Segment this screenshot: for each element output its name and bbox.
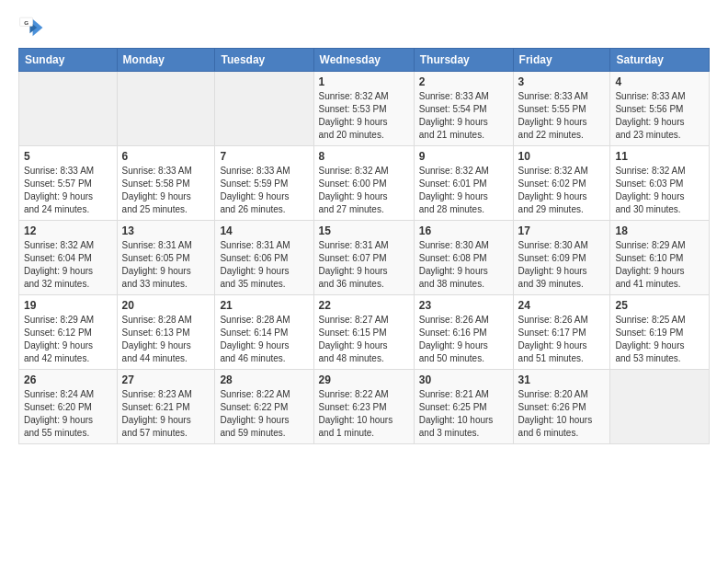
day-number: 26 <box>24 373 112 386</box>
weekday-header-saturday: Saturday <box>610 49 710 72</box>
day-number: 19 <box>24 299 112 312</box>
calendar-table: SundayMondayTuesdayWednesdayThursdayFrid… <box>18 48 710 444</box>
calendar-cell: 1Sunrise: 8:32 AM Sunset: 5:53 PM Daylig… <box>313 72 414 146</box>
day-info: Sunrise: 8:26 AM Sunset: 6:16 PM Dayligh… <box>419 314 508 365</box>
calendar-cell: 22Sunrise: 8:27 AM Sunset: 6:15 PM Dayli… <box>313 295 414 370</box>
day-info: Sunrise: 8:28 AM Sunset: 6:14 PM Dayligh… <box>220 314 308 365</box>
calendar-week-row: 19Sunrise: 8:29 AM Sunset: 6:12 PM Dayli… <box>19 295 710 370</box>
day-number: 28 <box>220 373 308 386</box>
day-info: Sunrise: 8:20 AM Sunset: 6:26 PM Dayligh… <box>518 388 606 440</box>
calendar-cell: 27Sunrise: 8:23 AM Sunset: 6:21 PM Dayli… <box>117 370 215 444</box>
day-number: 11 <box>615 150 704 163</box>
calendar-cell: 17Sunrise: 8:30 AM Sunset: 6:09 PM Dayli… <box>513 221 610 295</box>
day-number: 25 <box>615 299 704 312</box>
day-info: Sunrise: 8:32 AM Sunset: 6:04 PM Dayligh… <box>24 239 112 291</box>
day-number: 16 <box>419 224 508 237</box>
day-number: 20 <box>122 299 210 312</box>
page: G SundayMondayTuesdayWednesdayThursdayFr… <box>0 0 728 563</box>
logo: G <box>18 15 48 40</box>
day-number: 13 <box>122 224 210 237</box>
day-info: Sunrise: 8:26 AM Sunset: 6:17 PM Dayligh… <box>518 314 606 365</box>
calendar-cell: 7Sunrise: 8:33 AM Sunset: 5:59 PM Daylig… <box>215 146 313 221</box>
day-info: Sunrise: 8:32 AM Sunset: 6:00 PM Dayligh… <box>319 165 409 216</box>
calendar-cell: 18Sunrise: 8:29 AM Sunset: 6:10 PM Dayli… <box>610 221 710 295</box>
calendar-cell: 10Sunrise: 8:32 AM Sunset: 6:02 PM Dayli… <box>513 146 610 221</box>
calendar-cell <box>117 72 215 146</box>
day-info: Sunrise: 8:23 AM Sunset: 6:21 PM Dayligh… <box>122 388 210 440</box>
day-info: Sunrise: 8:25 AM Sunset: 6:19 PM Dayligh… <box>615 314 704 365</box>
day-info: Sunrise: 8:29 AM Sunset: 6:10 PM Dayligh… <box>615 239 704 291</box>
day-info: Sunrise: 8:30 AM Sunset: 6:08 PM Dayligh… <box>419 239 508 291</box>
day-info: Sunrise: 8:33 AM Sunset: 5:54 PM Dayligh… <box>419 90 508 142</box>
day-info: Sunrise: 8:31 AM Sunset: 6:06 PM Dayligh… <box>220 239 308 291</box>
calendar-cell: 21Sunrise: 8:28 AM Sunset: 6:14 PM Dayli… <box>215 295 313 370</box>
day-number: 9 <box>419 150 508 163</box>
calendar-cell: 4Sunrise: 8:33 AM Sunset: 5:56 PM Daylig… <box>610 72 710 146</box>
day-info: Sunrise: 8:32 AM Sunset: 6:03 PM Dayligh… <box>615 165 704 216</box>
calendar-cell: 3Sunrise: 8:33 AM Sunset: 5:55 PM Daylig… <box>513 72 610 146</box>
calendar-cell: 24Sunrise: 8:26 AM Sunset: 6:17 PM Dayli… <box>513 295 610 370</box>
day-number: 17 <box>518 224 606 237</box>
day-info: Sunrise: 8:24 AM Sunset: 6:20 PM Dayligh… <box>24 388 112 440</box>
day-number: 31 <box>518 373 606 386</box>
weekday-header-tuesday: Tuesday <box>215 49 313 72</box>
day-info: Sunrise: 8:28 AM Sunset: 6:13 PM Dayligh… <box>122 314 210 365</box>
day-number: 6 <box>122 150 210 163</box>
day-info: Sunrise: 8:33 AM Sunset: 5:58 PM Dayligh… <box>122 165 210 216</box>
day-number: 4 <box>615 75 704 88</box>
header: G <box>18 15 710 40</box>
day-info: Sunrise: 8:22 AM Sunset: 6:23 PM Dayligh… <box>319 388 409 440</box>
calendar-cell: 31Sunrise: 8:20 AM Sunset: 6:26 PM Dayli… <box>513 370 610 444</box>
day-number: 5 <box>24 150 112 163</box>
day-number: 21 <box>220 299 308 312</box>
calendar-cell: 9Sunrise: 8:32 AM Sunset: 6:01 PM Daylig… <box>414 146 513 221</box>
weekday-header-friday: Friday <box>513 49 610 72</box>
day-number: 18 <box>615 224 704 237</box>
calendar-week-row: 5Sunrise: 8:33 AM Sunset: 5:57 PM Daylig… <box>19 146 710 221</box>
calendar-cell: 25Sunrise: 8:25 AM Sunset: 6:19 PM Dayli… <box>610 295 710 370</box>
weekday-header-wednesday: Wednesday <box>313 49 414 72</box>
calendar-cell: 16Sunrise: 8:30 AM Sunset: 6:08 PM Dayli… <box>414 221 513 295</box>
calendar-cell: 29Sunrise: 8:22 AM Sunset: 6:23 PM Dayli… <box>313 370 414 444</box>
weekday-header-row: SundayMondayTuesdayWednesdayThursdayFrid… <box>19 49 710 72</box>
day-number: 8 <box>319 150 409 163</box>
day-number: 12 <box>24 224 112 237</box>
calendar-cell <box>610 370 710 444</box>
day-number: 29 <box>319 373 409 386</box>
day-number: 1 <box>319 75 409 88</box>
day-number: 3 <box>518 75 606 88</box>
day-info: Sunrise: 8:32 AM Sunset: 6:02 PM Dayligh… <box>518 165 606 216</box>
calendar-cell: 20Sunrise: 8:28 AM Sunset: 6:13 PM Dayli… <box>117 295 215 370</box>
day-info: Sunrise: 8:32 AM Sunset: 5:53 PM Dayligh… <box>319 90 409 142</box>
day-number: 10 <box>518 150 606 163</box>
weekday-header-sunday: Sunday <box>19 49 118 72</box>
calendar-cell: 15Sunrise: 8:31 AM Sunset: 6:07 PM Dayli… <box>313 221 414 295</box>
day-info: Sunrise: 8:27 AM Sunset: 6:15 PM Dayligh… <box>319 314 409 365</box>
calendar-cell: 30Sunrise: 8:21 AM Sunset: 6:25 PM Dayli… <box>414 370 513 444</box>
calendar-cell: 5Sunrise: 8:33 AM Sunset: 5:57 PM Daylig… <box>19 146 118 221</box>
calendar-cell: 8Sunrise: 8:32 AM Sunset: 6:00 PM Daylig… <box>313 146 414 221</box>
day-info: Sunrise: 8:33 AM Sunset: 5:56 PM Dayligh… <box>615 90 704 142</box>
day-number: 14 <box>220 224 308 237</box>
day-number: 7 <box>220 150 308 163</box>
day-info: Sunrise: 8:33 AM Sunset: 5:57 PM Dayligh… <box>24 165 112 216</box>
calendar-cell: 13Sunrise: 8:31 AM Sunset: 6:05 PM Dayli… <box>117 221 215 295</box>
day-info: Sunrise: 8:29 AM Sunset: 6:12 PM Dayligh… <box>24 314 112 365</box>
calendar-week-row: 26Sunrise: 8:24 AM Sunset: 6:20 PM Dayli… <box>19 370 710 444</box>
day-number: 22 <box>319 299 409 312</box>
calendar-cell <box>215 72 313 146</box>
weekday-header-monday: Monday <box>117 49 215 72</box>
calendar-cell: 23Sunrise: 8:26 AM Sunset: 6:16 PM Dayli… <box>414 295 513 370</box>
calendar-week-row: 12Sunrise: 8:32 AM Sunset: 6:04 PM Dayli… <box>19 221 710 295</box>
weekday-header-thursday: Thursday <box>414 49 513 72</box>
calendar-cell: 2Sunrise: 8:33 AM Sunset: 5:54 PM Daylig… <box>414 72 513 146</box>
day-number: 24 <box>518 299 606 312</box>
day-info: Sunrise: 8:33 AM Sunset: 5:55 PM Dayligh… <box>518 90 606 142</box>
day-number: 2 <box>419 75 508 88</box>
day-number: 27 <box>122 373 210 386</box>
day-info: Sunrise: 8:30 AM Sunset: 6:09 PM Dayligh… <box>518 239 606 291</box>
calendar-cell: 12Sunrise: 8:32 AM Sunset: 6:04 PM Dayli… <box>19 221 118 295</box>
day-info: Sunrise: 8:31 AM Sunset: 6:05 PM Dayligh… <box>122 239 210 291</box>
day-info: Sunrise: 8:32 AM Sunset: 6:01 PM Dayligh… <box>419 165 508 216</box>
day-info: Sunrise: 8:22 AM Sunset: 6:22 PM Dayligh… <box>220 388 308 440</box>
